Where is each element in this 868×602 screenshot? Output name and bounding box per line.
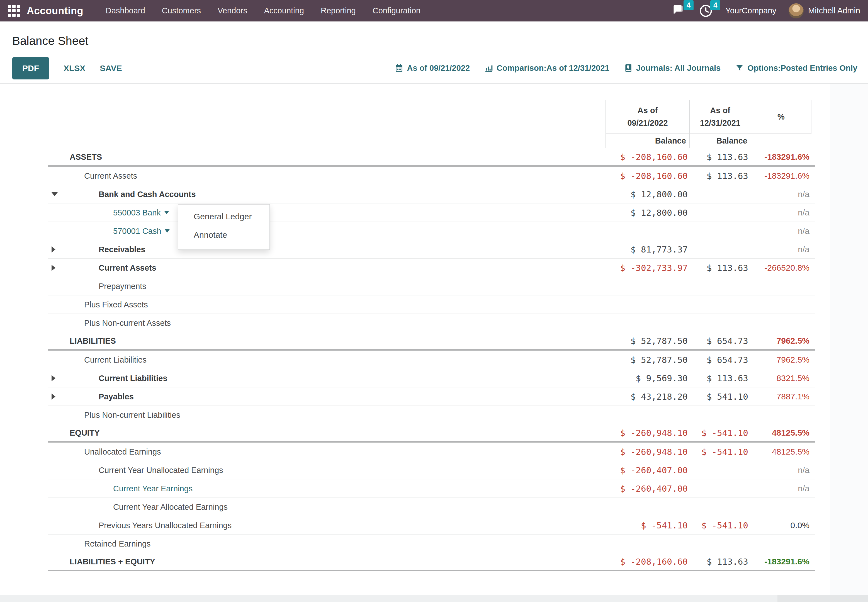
balance-value: $ -208,160.60 — [620, 171, 688, 181]
horizontal-scrollbar[interactable] — [0, 595, 868, 602]
column-header-period-2: As of 12/31/2021 — [689, 100, 751, 134]
percent-value: n/a — [798, 465, 810, 475]
messages-button[interactable]: 4 — [672, 4, 686, 18]
row-label: ASSETS — [70, 152, 102, 161]
row-label[interactable]: Bank and Cash Accounts — [99, 189, 196, 199]
expand-caret-icon[interactable] — [52, 393, 55, 400]
table-row: Current Liabilities$ 9,569.30$ 113.63832… — [48, 369, 815, 387]
row-label[interactable]: Receivables — [99, 245, 146, 254]
row-label: Current Assets — [84, 171, 137, 180]
table-row: Plus Non-current Assets — [48, 314, 815, 332]
menu-item-general-ledger[interactable]: General Ledger — [178, 207, 270, 226]
user-avatar — [788, 3, 804, 18]
column-header-line: 09/21/2022 — [627, 117, 668, 129]
percent-value: n/a — [798, 484, 810, 493]
row-label: Plus Fixed Assets — [84, 300, 148, 309]
calendar-icon — [394, 63, 403, 72]
expand-caret-icon[interactable] — [52, 265, 55, 271]
apps-grid-icon[interactable] — [8, 5, 20, 17]
table-row: Previous Years Unallocated Earnings$ -54… — [48, 516, 815, 534]
table-row: Prepayments — [48, 277, 815, 295]
percent-value: 7962.5% — [777, 355, 810, 364]
subcolumn-header-balance-1: Balance — [606, 134, 690, 148]
table-row: Current Assets$ -302,733.97$ 113.63-2665… — [48, 259, 815, 277]
table-row: EQUITY$ -260,948.10$ -541.1048125.5% — [48, 424, 815, 442]
vertical-scrollbar[interactable] — [860, 84, 868, 595]
percent-value: -183291.6% — [764, 152, 810, 162]
balance-value: $ 113.63 — [707, 263, 748, 273]
nav-item-accounting[interactable]: Accounting — [256, 6, 312, 15]
percent-value: 7962.5% — [777, 336, 810, 346]
collapse-caret-icon[interactable] — [52, 192, 58, 196]
table-row: Current Year Allocated Earnings — [48, 498, 815, 516]
app-brand[interactable]: Accounting — [27, 5, 83, 17]
journals-filter-label: Journals: All Journals — [636, 63, 721, 73]
options-filter[interactable]: Options:Posted Entries Only — [735, 63, 857, 73]
balance-value: $ -541.10 — [701, 521, 748, 530]
balance-value: $ 113.63 — [707, 557, 748, 567]
expand-caret-icon[interactable] — [52, 246, 55, 252]
balance-value: $ -260,407.00 — [620, 465, 688, 475]
date-filter-label: As of 09/21/2022 — [407, 63, 470, 73]
balance-value: $ -541.10 — [701, 428, 748, 438]
journals-filter[interactable]: Journals: All Journals — [624, 63, 721, 73]
percent-value: 0.0% — [791, 521, 810, 530]
menu-item-annotate[interactable]: Annotate — [178, 226, 270, 244]
percent-value: 7887.1% — [777, 392, 810, 401]
balance-value: $ 52,787.50 — [630, 336, 688, 346]
save-button[interactable]: SAVE — [100, 63, 122, 73]
account-link[interactable]: 570001 Cash — [113, 226, 170, 235]
expand-caret-icon[interactable] — [52, 375, 55, 381]
nav-item-configuration[interactable]: Configuration — [364, 6, 429, 15]
journal-icon — [624, 63, 633, 72]
balance-value: $ 43,218.20 — [630, 392, 688, 402]
activities-badge: 4 — [710, 0, 720, 10]
bar-chart-icon — [484, 63, 493, 72]
dropdown-caret-icon[interactable] — [164, 211, 169, 214]
company-switcher[interactable]: YourCompany — [725, 6, 776, 15]
xlsx-button[interactable]: XLSX — [63, 63, 85, 73]
activities-button[interactable]: 4 — [699, 4, 713, 18]
date-filter[interactable]: As of 09/21/2022 — [394, 63, 470, 73]
percent-value: -266520.8% — [764, 263, 810, 273]
balance-value: $ -208,160.60 — [620, 152, 688, 162]
percent-value: 48125.5% — [772, 447, 810, 456]
pdf-button[interactable]: PDF — [12, 57, 49, 80]
percent-value: 48125.5% — [772, 428, 810, 438]
percent-value: n/a — [798, 208, 810, 217]
nav-item-reporting[interactable]: Reporting — [312, 6, 364, 15]
row-label[interactable]: Current Assets — [99, 263, 156, 272]
balance-value: $ 113.63 — [707, 171, 748, 181]
table-row: Current Liabilities$ 52,787.50$ 654.7379… — [48, 351, 815, 369]
table-row: Unallocated Earnings$ -260,948.10$ -541.… — [48, 442, 815, 461]
row-label: Unallocated Earnings — [84, 447, 161, 456]
user-menu[interactable]: Mitchell Admin — [788, 3, 860, 18]
account-link[interactable]: Current Year Earnings — [113, 484, 193, 493]
messages-badge: 4 — [684, 0, 693, 10]
horizontal-scrollbar-thumb[interactable] — [0, 595, 778, 602]
nav-item-vendors[interactable]: Vendors — [209, 6, 256, 15]
balance-value: $ 9,569.30 — [636, 373, 688, 383]
column-header-line: Balance — [655, 135, 686, 147]
nav-item-customers[interactable]: Customers — [153, 6, 209, 15]
column-header-line: % — [778, 111, 785, 123]
balance-value: $ 113.63 — [707, 373, 748, 383]
control-panel: Balance Sheet PDF XLSX SAVE As of 09/21/… — [0, 22, 868, 84]
table-row: Current Year Earnings$ -260,407.00n/a — [48, 479, 815, 498]
table-row: Bank and Cash Accounts$ 12,800.00n/a — [48, 185, 815, 203]
comparison-filter[interactable]: Comparison:As of 12/31/2021 — [484, 63, 609, 73]
comparison-filter-label: Comparison:As of 12/31/2021 — [497, 63, 609, 73]
table-row: Plus Non-current Liabilities — [48, 406, 815, 424]
table-row: Retained Earnings — [48, 534, 815, 553]
row-label[interactable]: Payables — [99, 392, 134, 401]
row-label: Current Year Allocated Earnings — [113, 502, 228, 511]
row-label: Retained Earnings — [84, 539, 151, 548]
row-label: Current Year Unallocated Earnings — [99, 465, 223, 475]
column-header-line: As of — [710, 104, 730, 117]
account-link[interactable]: 550003 Bank — [113, 208, 169, 217]
dropdown-caret-icon[interactable] — [165, 229, 170, 233]
nav-item-dashboard[interactable]: Dashboard — [97, 6, 153, 15]
row-label[interactable]: Current Liabilities — [99, 373, 167, 382]
balance-value: $ 81,773.37 — [630, 244, 688, 255]
options-filter-label: Options:Posted Entries Only — [747, 63, 857, 73]
